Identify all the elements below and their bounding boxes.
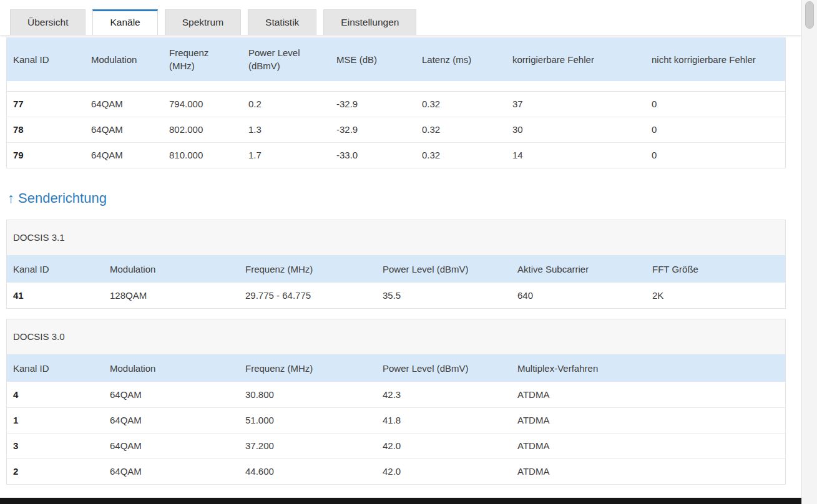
table-cell: 640 — [511, 283, 646, 308]
table-cell: 2K — [646, 283, 785, 308]
table-cell: 30 — [506, 117, 645, 142]
table-cell: 41 — [7, 283, 104, 308]
docsis30-title: DOCSIS 3.0 — [7, 319, 785, 354]
column-header: Kanal ID — [7, 354, 104, 382]
table-cell: 1.7 — [242, 142, 330, 168]
table-cell: 794.000 — [163, 91, 242, 117]
clipped-row — [7, 81, 785, 91]
table-cell: 41.8 — [376, 407, 511, 433]
column-header: Aktive Subcarrier — [511, 255, 646, 283]
tab-spektrum[interactable]: Spektrum — [165, 9, 241, 35]
table-row: 78 64QAM 802.000 1.3 -32.9 0.32 30 0 — [7, 117, 785, 142]
table-cell: ATDMA — [511, 407, 785, 433]
column-header: Latenz (ms) — [416, 37, 506, 81]
table-cell: -33.0 — [330, 142, 416, 168]
card-gap — [6, 309, 786, 319]
table-cell: 0 — [645, 142, 785, 168]
tab-einstellungen[interactable]: Einstellungen — [323, 9, 416, 35]
column-header: Power Level (dBmV) — [242, 37, 330, 81]
docsis30-header-row: Kanal ID Modulation Frequenz (MHz) Power… — [7, 354, 785, 382]
tab-uebersicht[interactable]: Übersicht — [10, 9, 86, 35]
table-cell: 37.200 — [239, 433, 376, 458]
table-cell: 64QAM — [85, 117, 163, 142]
table-row: 1 64QAM 51.000 41.8 ATDMA — [7, 407, 785, 433]
docsis31-table: Kanal ID Modulation Frequenz (MHz) Power… — [7, 255, 785, 308]
table-cell: 802.000 — [163, 117, 242, 142]
docsis31-card: DOCSIS 3.1 Kanal ID Modulation Frequenz … — [6, 220, 786, 309]
table-cell: 0.2 — [242, 91, 330, 117]
column-header: Modulation — [104, 354, 239, 382]
downstream-table-card: Kanal ID Modulation Frequenz (MHz) Power… — [6, 37, 786, 168]
table-cell: 64QAM — [104, 458, 239, 484]
table-cell: 0.32 — [416, 91, 506, 117]
table-cell: -32.9 — [330, 91, 416, 117]
table-cell: ATDMA — [511, 458, 785, 484]
table-cell: 37 — [506, 91, 645, 117]
table-cell: 14 — [506, 142, 645, 168]
table-cell: 1 — [7, 407, 104, 433]
downstream-table: Kanal ID Modulation Frequenz (MHz) Power… — [7, 37, 785, 168]
table-cell: 2 — [7, 458, 104, 484]
docsis30-card: DOCSIS 3.0 Kanal ID Modulation Frequenz … — [6, 319, 786, 485]
table-row: 77 64QAM 794.000 0.2 -32.9 0.32 37 0 — [7, 91, 785, 117]
column-header: Frequenz (MHz) — [239, 354, 376, 382]
table-cell: 42.0 — [376, 433, 511, 458]
tab-statistik[interactable]: Statistik — [248, 9, 316, 35]
table-cell: 64QAM — [104, 407, 239, 433]
table-cell: 0 — [645, 91, 785, 117]
table-cell: 128QAM — [104, 283, 239, 308]
table-cell: 1.3 — [242, 117, 330, 142]
table-cell: 77 — [7, 91, 85, 117]
header-bar: Übersicht Kanäle Spektrum Statistik Eins… — [0, 0, 801, 35]
column-header: Frequenz (MHz) — [239, 255, 376, 283]
column-header: Modulation — [85, 37, 163, 81]
scrollbar-thumb[interactable] — [805, 1, 814, 29]
table-row: 41 128QAM 29.775 - 64.775 35.5 640 2K — [7, 283, 785, 308]
tab-bar: Übersicht Kanäle Spektrum Statistik Eins… — [10, 9, 801, 35]
table-cell: 64QAM — [104, 382, 239, 407]
column-header: Power Level (dBmV) — [376, 255, 511, 283]
table-cell: 42.3 — [376, 382, 511, 407]
table-cell: 3 — [7, 433, 104, 458]
tab-kanaele[interactable]: Kanäle — [92, 9, 157, 35]
table-cell: 42.0 — [376, 458, 511, 484]
table-cell: ATDMA — [511, 382, 785, 407]
column-header: Kanal ID — [7, 255, 104, 283]
table-cell: 51.000 — [239, 407, 376, 433]
table-cell: 4 — [7, 382, 104, 407]
docsis31-header-row: Kanal ID Modulation Frequenz (MHz) Power… — [7, 255, 785, 283]
content-area: Kanal ID Modulation Frequenz (MHz) Power… — [6, 35, 786, 485]
table-cell: 30.800 — [239, 382, 376, 407]
table-cell: 64QAM — [85, 91, 163, 117]
upstream-section-heading: ↑Senderichtung — [7, 190, 786, 207]
downstream-header-row: Kanal ID Modulation Frequenz (MHz) Power… — [7, 37, 785, 81]
table-cell: ATDMA — [511, 433, 785, 458]
footer-bar — [0, 498, 801, 504]
column-header: Frequenz (MHz) — [163, 37, 242, 81]
table-row: 79 64QAM 810.000 1.7 -33.0 0.32 14 0 — [7, 142, 785, 168]
table-cell: 78 — [7, 117, 85, 142]
table-cell: 29.775 - 64.775 — [239, 283, 376, 308]
column-header: Modulation — [104, 255, 239, 283]
upstream-heading-label: Senderichtung — [18, 190, 107, 206]
column-header: korrigierbare Fehler — [506, 37, 645, 81]
table-row: 2 64QAM 44.600 42.0 ATDMA — [7, 458, 785, 484]
table-cell: 64QAM — [85, 142, 163, 168]
scrollbar[interactable] — [801, 0, 817, 504]
table-cell: 35.5 — [376, 283, 511, 308]
table-cell: -32.9 — [330, 117, 416, 142]
up-arrow-icon: ↑ — [7, 190, 14, 206]
table-cell: 64QAM — [104, 433, 239, 458]
table-cell: 810.000 — [163, 142, 242, 168]
table-row: 3 64QAM 37.200 42.0 ATDMA — [7, 433, 785, 458]
column-header: FFT Größe — [646, 255, 785, 283]
table-cell: 0.32 — [416, 142, 506, 168]
docsis31-title: DOCSIS 3.1 — [7, 220, 785, 255]
table-row: 4 64QAM 30.800 42.3 ATDMA — [7, 382, 785, 407]
table-cell: 44.600 — [239, 458, 376, 484]
column-header: Multiplex-Verfahren — [511, 354, 785, 382]
table-cell: 79 — [7, 142, 85, 168]
table-cell: 0.32 — [416, 117, 506, 142]
column-header: Kanal ID — [7, 37, 85, 81]
column-header: Power Level (dBmV) — [376, 354, 511, 382]
